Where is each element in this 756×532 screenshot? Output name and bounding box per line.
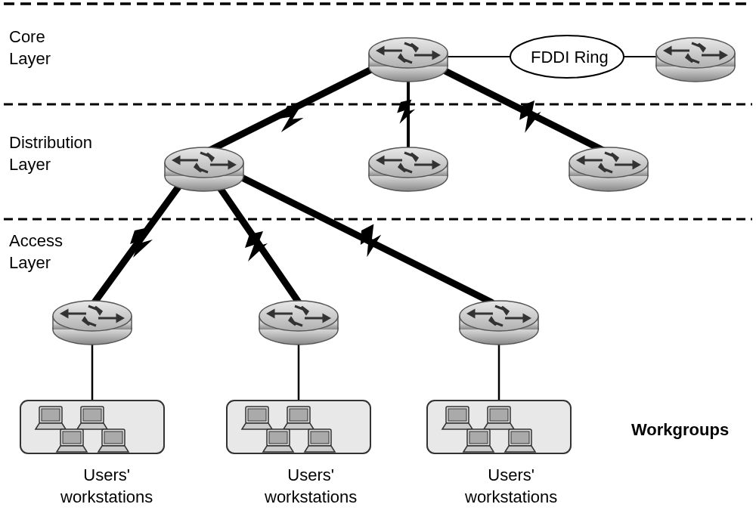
access-router-2-icon bbox=[259, 301, 338, 345]
workgroups-label: Workgroups bbox=[631, 419, 729, 441]
workgroup-3-icon bbox=[427, 401, 571, 453]
access-router-1-icon bbox=[53, 301, 132, 345]
link-core-dist3 bbox=[442, 70, 605, 151]
workgroup-1-icon bbox=[20, 401, 164, 453]
workgroup-2-icon bbox=[227, 401, 370, 453]
link-dist-access3 bbox=[234, 174, 491, 302]
workstations-label-2: Users' workstations bbox=[265, 465, 357, 508]
access-router-3-icon bbox=[460, 301, 538, 345]
link-core-dist2 bbox=[397, 76, 415, 147]
network-diagram bbox=[0, 0, 756, 532]
workstations-label-1: Users' workstations bbox=[60, 465, 153, 508]
core-router-2-icon bbox=[656, 38, 735, 82]
core-layer-label: Core Layer bbox=[9, 26, 51, 70]
workstations-label-3: Users' workstations bbox=[465, 465, 557, 508]
distribution-layer-label: Distribution Layer bbox=[9, 132, 92, 175]
fddi-ring-label: FDDI Ring bbox=[531, 47, 609, 69]
core-router-1-icon bbox=[369, 38, 448, 82]
access-layer-label: Access Layer bbox=[9, 230, 63, 274]
link-core-dist1 bbox=[208, 68, 374, 151]
dist-router-3-icon bbox=[569, 147, 648, 191]
dist-router-1-icon bbox=[165, 147, 243, 191]
dist-router-2-icon bbox=[369, 147, 448, 191]
link-dist-access1 bbox=[94, 178, 185, 302]
